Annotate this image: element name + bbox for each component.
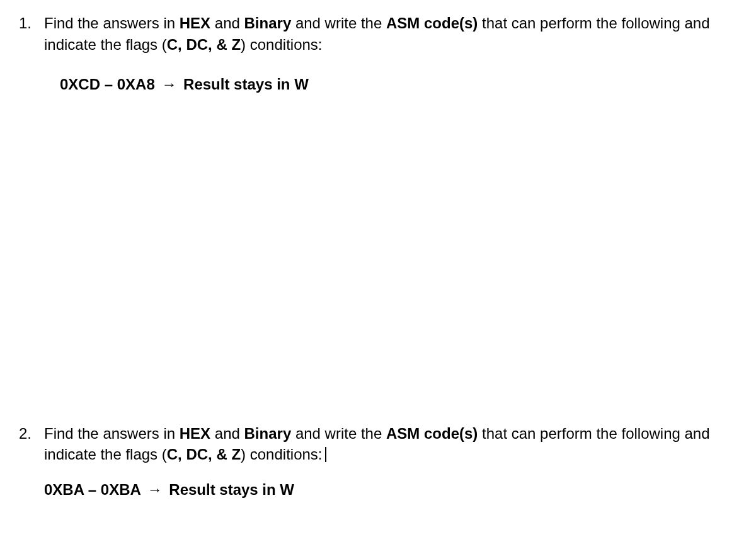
- q1-write-pre: and write the: [291, 14, 386, 32]
- question-1-row: 1. Find the answers in HEX and Binary an…: [19, 13, 737, 55]
- q2-write-pre: and write the: [291, 425, 386, 442]
- q1-text-post: ) conditions:: [241, 36, 322, 53]
- question-2-number: 2.: [19, 423, 41, 444]
- question-1-text: Find the answers in HEX and Binary and w…: [44, 13, 737, 55]
- arrow-right-icon: →: [147, 481, 163, 498]
- question-1-number: 1.: [19, 13, 41, 34]
- q2-binary: Binary: [244, 425, 292, 442]
- q1-sub-left: 0XCD – 0XA8: [60, 76, 155, 93]
- question-2-operation: 0XBA – 0XBA → Result stays in W: [44, 479, 737, 501]
- q2-sub-right: Result stays in W: [169, 481, 294, 498]
- q2-sub-left: 0XBA – 0XBA: [44, 481, 140, 498]
- arrow-right-icon: →: [161, 76, 176, 93]
- q2-text-pre: Find the answers in: [44, 425, 180, 442]
- q2-text-post: ) conditions:: [241, 446, 322, 463]
- q1-sub-right: Result stays in W: [183, 76, 309, 93]
- question-2-text: Find the answers in HEX and Binary and w…: [44, 423, 737, 465]
- question-2: 2. Find the answers in HEX and Binary an…: [19, 423, 737, 501]
- q2-asm: ASM code(s): [386, 425, 478, 442]
- q1-binary: Binary: [244, 14, 292, 32]
- question-2-row: 2. Find the answers in HEX and Binary an…: [19, 423, 737, 465]
- q2-flags: C, DC, & Z: [167, 446, 241, 463]
- q1-asm: ASM code(s): [386, 14, 478, 32]
- question-1: 1. Find the answers in HEX and Binary an…: [19, 13, 737, 95]
- q2-hex: HEX: [180, 425, 210, 442]
- q2-and1: and: [210, 425, 244, 442]
- text-cursor-icon: [325, 447, 326, 462]
- question-1-operation: 0XCD – 0XA8 → Result stays in W: [60, 74, 737, 95]
- q1-and1: and: [210, 14, 244, 32]
- q1-hex: HEX: [180, 14, 210, 32]
- q1-flags: C, DC, & Z: [167, 36, 241, 53]
- q1-text-pre: Find the answers in: [44, 14, 180, 32]
